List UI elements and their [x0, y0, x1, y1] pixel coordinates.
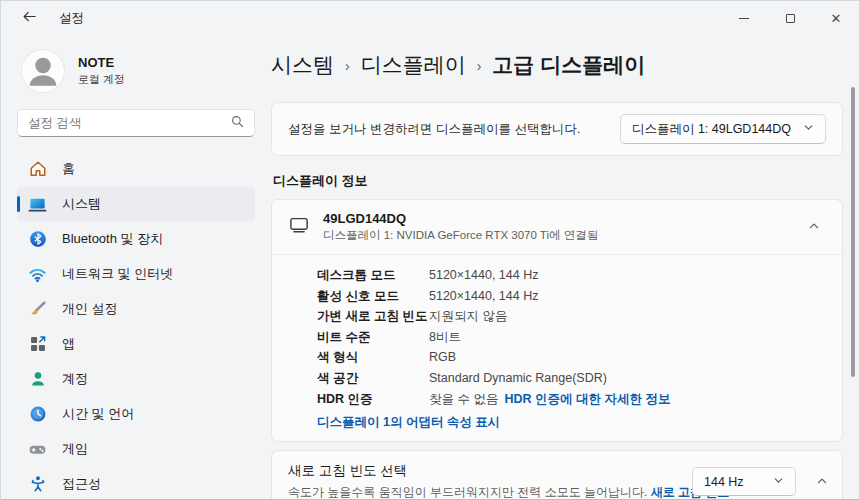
display-select-dropdown[interactable]: 디스플레이 1: 49LGD144DQ — [620, 114, 826, 144]
accounts-icon — [28, 370, 47, 389]
sidebar-item-bluetooth[interactable]: Bluetooth 및 장치 — [17, 222, 255, 256]
sidebar-item-label: 게임 — [62, 440, 88, 458]
sidebar-item-label: 계정 — [62, 370, 88, 388]
sidebar-item-label: 시간 및 언어 — [62, 405, 134, 423]
search-placeholder: 설정 검색 — [28, 115, 81, 132]
system-icon — [28, 195, 47, 214]
sidebar-item-accessibility[interactable]: 접근성 — [17, 467, 255, 500]
page-title: 고급 디스플레이 — [492, 51, 645, 79]
monitor-icon — [288, 214, 310, 240]
detail-row: 비트 수준 8비트 — [317, 327, 826, 348]
device-subtitle: 디스플레이 1: NVIDIA GeForce RTX 3070 Ti에 연결됨 — [323, 228, 789, 243]
display-selector-card: 설정을 보거나 변경하려면 디스플레이를 선택합니다. 디스플레이 1: 49L… — [271, 102, 843, 156]
search-input[interactable]: 설정 검색 — [17, 109, 255, 137]
account-type: 로컬 계정 — [78, 72, 125, 87]
settings-window: 설정 ✕ NOTE 로컬 계정 설정 검색 — [0, 0, 860, 500]
window-controls: ✕ — [721, 1, 859, 35]
main-content: 시스템 › 디스플레이 › 고급 디스플레이 설정을 보거나 변경하려면 디스플… — [269, 35, 859, 500]
section-title-display-info: 디스플레이 정보 — [273, 172, 843, 190]
sidebar-item-gaming[interactable]: 게임 — [17, 432, 255, 466]
refresh-rate-value: 144 Hz — [704, 475, 744, 489]
display-info-card: 49LGD144DQ 디스플레이 1: NVIDIA GeForce RTX 3… — [271, 199, 843, 442]
sidebar-item-accounts[interactable]: 계정 — [17, 362, 255, 396]
detail-row: 가변 새로 고침 빈도 지원되지 않음 — [317, 306, 826, 327]
sidebar: NOTE 로컬 계정 설정 검색 홈 — [1, 35, 269, 500]
apps-icon — [28, 335, 47, 354]
minimize-icon — [739, 18, 749, 19]
back-button[interactable] — [13, 6, 45, 30]
gaming-icon — [28, 440, 47, 459]
refresh-rate-dropdown[interactable]: 144 Hz — [692, 467, 796, 496]
detail-value: 지원되지 않음 — [429, 306, 507, 327]
breadcrumb-system[interactable]: 시스템 — [271, 51, 334, 79]
sidebar-item-personalization[interactable]: 개인 설정 — [17, 292, 255, 326]
maximize-icon — [786, 14, 795, 23]
detail-row: 데스크톱 모드 5120×1440, 144 Hz — [317, 265, 826, 286]
time-language-icon — [28, 405, 47, 424]
sidebar-item-label: 네트워크 및 인터넷 — [62, 265, 173, 283]
chevron-down-icon — [803, 122, 814, 136]
adapter-properties-link[interactable]: 디스플레이 1의 어댑터 속성 표시 — [317, 414, 826, 431]
accessibility-icon — [28, 475, 47, 494]
detail-value: 5120×1440, 144 Hz — [429, 286, 538, 307]
back-arrow-icon — [22, 9, 37, 28]
breadcrumb: 시스템 › 디스플레이 › 고급 디스플레이 — [271, 51, 843, 79]
chevron-up-icon[interactable] — [802, 214, 826, 240]
detail-label: 비트 수준 — [317, 327, 429, 348]
sidebar-item-label: Bluetooth 및 장치 — [62, 230, 163, 248]
chevron-down-icon — [773, 475, 784, 489]
sidebar-item-system[interactable]: 시스템 — [17, 187, 255, 221]
detail-label: 색 공간 — [317, 368, 429, 389]
sidebar-item-label: 앱 — [62, 335, 75, 353]
chevron-up-icon[interactable] — [816, 473, 828, 491]
sidebar-item-label: 시스템 — [62, 195, 101, 213]
hdr-value: 찾을 수 없음 — [429, 392, 498, 406]
device-name: 49LGD144DQ — [323, 211, 789, 226]
minimize-button[interactable] — [721, 1, 767, 35]
refresh-desc-text: 속도가 높을수록 움직임이 부드러워지지만 전력 소모도 늘어납니다. — [288, 485, 647, 499]
sidebar-item-apps[interactable]: 앱 — [17, 327, 255, 361]
account-block[interactable]: NOTE 로컬 계정 — [17, 41, 255, 109]
scrollbar[interactable] — [851, 87, 855, 377]
breadcrumb-display[interactable]: 디스플레이 — [361, 51, 466, 79]
refresh-rate-description: 속도가 높을수록 움직임이 부드러워지지만 전력 소모도 늘어납니다. 새로 고… — [288, 484, 733, 500]
sidebar-nav: 홈 시스템 Bluetooth 및 장치 — [17, 152, 255, 500]
sidebar-item-time-language[interactable]: 시간 및 언어 — [17, 397, 255, 431]
detail-row: 색 형식 RGB — [317, 347, 826, 368]
display-info-header[interactable]: 49LGD144DQ 디스플레이 1: NVIDIA GeForce RTX 3… — [272, 200, 842, 254]
detail-label: 활성 신호 모드 — [317, 286, 429, 307]
sidebar-item-label: 홈 — [62, 160, 75, 178]
detail-label: HDR 인증 — [317, 389, 429, 410]
detail-value: Standard Dynamic Range(SDR) — [429, 368, 607, 389]
detail-label: 색 형식 — [317, 347, 429, 368]
detail-row-hdr: HDR 인증 찾을 수 없음HDR 인증에 대한 자세한 정보 — [317, 389, 826, 410]
display-select-value: 디스플레이 1: 49LGD144DQ — [632, 121, 791, 138]
sidebar-item-network[interactable]: 네트워크 및 인터넷 — [17, 257, 255, 291]
maximize-button[interactable] — [767, 1, 813, 35]
detail-value: 8비트 — [429, 327, 461, 348]
bluetooth-icon — [28, 230, 47, 249]
sidebar-item-home[interactable]: 홈 — [17, 152, 255, 186]
detail-row: 색 공간 Standard Dynamic Range(SDR) — [317, 368, 826, 389]
titlebar: 설정 ✕ — [1, 1, 859, 35]
network-icon — [28, 265, 47, 284]
personalization-icon — [28, 300, 47, 319]
sidebar-item-label: 접근성 — [62, 475, 101, 493]
detail-label: 데스크톱 모드 — [317, 265, 429, 286]
detail-label: 가변 새로 고침 빈도 — [317, 306, 429, 327]
account-name: NOTE — [78, 55, 125, 70]
hdr-info-link[interactable]: HDR 인증에 대한 자세한 정보 — [504, 392, 670, 406]
close-button[interactable]: ✕ — [813, 1, 859, 35]
window-title: 설정 — [59, 10, 84, 27]
detail-value: 5120×1440, 144 Hz — [429, 265, 538, 286]
display-info-details: 데스크톱 모드 5120×1440, 144 Hz 활성 신호 모드 5120×… — [272, 254, 842, 441]
selector-label: 설정을 보거나 변경하려면 디스플레이를 선택합니다. — [288, 121, 580, 138]
breadcrumb-separator: › — [477, 56, 482, 74]
person-silhouette-icon — [21, 49, 65, 93]
avatar — [21, 49, 65, 93]
home-icon — [28, 160, 47, 179]
breadcrumb-separator: › — [345, 56, 350, 74]
detail-value: RGB — [429, 347, 456, 368]
sidebar-item-label: 개인 설정 — [62, 300, 118, 318]
refresh-rate-card: 새로 고침 빈도 선택 속도가 높을수록 움직임이 부드러워지지만 전력 소모도… — [271, 450, 843, 500]
